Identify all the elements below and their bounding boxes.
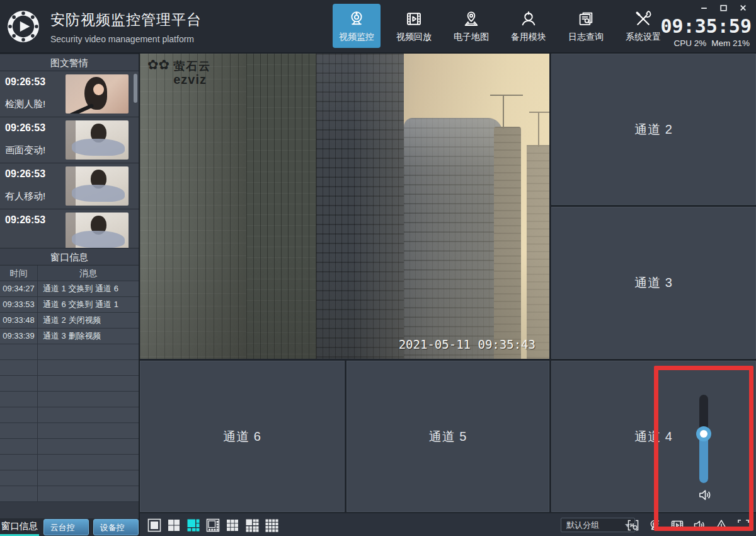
alert-item[interactable]: 09:26:53 有人移动! bbox=[0, 163, 139, 209]
alert-list: 09:26:53 检测人脸! 09:26:53 画面变动! 09:26:53 有… bbox=[0, 71, 139, 248]
nav-video-playback[interactable]: 视频回放 bbox=[390, 4, 438, 48]
volume-icon[interactable] bbox=[692, 518, 707, 533]
tab-window-info[interactable]: 窗口信息 bbox=[0, 518, 39, 536]
page-subtitle: Security video management platform bbox=[50, 34, 202, 44]
log-search-icon bbox=[576, 9, 595, 28]
table-row[interactable]: 09:33:39 通道 3 删除视频 bbox=[0, 329, 139, 344]
layout-9-window-icon[interactable] bbox=[226, 518, 239, 532]
layout-1-window-icon[interactable] bbox=[147, 518, 161, 532]
nav-emap[interactable]: 电子地图 bbox=[447, 4, 495, 48]
app-logo-icon bbox=[6, 9, 40, 44]
cell-message: 通道 3 删除视频 bbox=[38, 329, 139, 344]
app-window: 安防视频监控管理平台 Security video management pla… bbox=[0, 0, 756, 536]
mem-usage: Mem 21% bbox=[711, 38, 750, 48]
layout-6-window-icon[interactable] bbox=[186, 518, 200, 532]
alert-message: 画面变动! bbox=[5, 144, 45, 156]
video-timestamp: 2021-05-11 09:35:43 bbox=[399, 337, 536, 351]
video-channel-3[interactable]: 通道 3 bbox=[551, 207, 756, 359]
cell-time: 09:33:48 bbox=[0, 313, 38, 328]
video-channel-6[interactable]: 通道 6 bbox=[140, 361, 345, 512]
camera-off-icon[interactable] bbox=[648, 518, 663, 533]
alert-thumbnail[interactable] bbox=[66, 213, 129, 248]
alert-thumbnail[interactable] bbox=[66, 120, 129, 160]
channel-label: 通道 2 bbox=[634, 121, 673, 138]
alarm-icon[interactable] bbox=[714, 518, 729, 533]
alert-item[interactable]: 09:26:53 画面变动! bbox=[0, 117, 139, 163]
header-bar: 安防视频监控管理平台 Security video management pla… bbox=[0, 0, 756, 54]
table-row-empty bbox=[0, 470, 139, 486]
window-controls bbox=[700, 4, 747, 12]
bottom-toolbar: 默认分组 bbox=[140, 512, 756, 536]
cell-message: 通道 2 关闭视频 bbox=[38, 313, 139, 328]
video-channel-5[interactable]: 通道 5 bbox=[346, 361, 549, 512]
layout-switcher bbox=[147, 518, 278, 532]
table-row-empty bbox=[0, 439, 139, 455]
nav-label: 日志查询 bbox=[568, 32, 604, 43]
video-grid: ✿✿ 萤石云 ezviz 2021-05-11 09:35:43 通道 2 通道… bbox=[140, 54, 756, 512]
alert-item[interactable]: 09:26:53 bbox=[0, 209, 139, 248]
cpu-usage: CPU 2% bbox=[673, 38, 706, 48]
layout-13-window-icon[interactable] bbox=[245, 518, 259, 532]
alert-time: 09:26:53 bbox=[5, 214, 45, 226]
cell-time: 09:33:53 bbox=[0, 297, 38, 312]
layout-4-window-icon[interactable] bbox=[167, 518, 181, 532]
worker-icon bbox=[519, 9, 538, 28]
cell-time: 09:33:39 bbox=[0, 329, 38, 344]
column-header-message: 消息 bbox=[38, 265, 139, 281]
volume-thumb[interactable] bbox=[696, 426, 711, 441]
video-channel-1[interactable]: ✿✿ 萤石云 ezviz 2021-05-11 09:35:43 bbox=[140, 54, 549, 359]
cell-message: 通道 6 交换到 通道 1 bbox=[38, 297, 139, 312]
table-row[interactable]: 09:34:27 通道 1 交换到 通道 6 bbox=[0, 281, 139, 297]
nav-label: 视频监控 bbox=[339, 32, 374, 43]
speaker-icon[interactable] bbox=[697, 487, 713, 503]
fullscreen-icon[interactable] bbox=[736, 518, 751, 533]
alert-time: 09:26:53 bbox=[5, 122, 45, 134]
stream-quality-icon[interactable] bbox=[626, 518, 641, 533]
watermark-cn: 萤石云 bbox=[173, 59, 211, 74]
nav-label: 视频回放 bbox=[396, 32, 432, 43]
close-icon[interactable] bbox=[739, 4, 747, 12]
nav-video-monitor[interactable]: 视频监控 bbox=[333, 4, 381, 48]
nav-log-query[interactable]: 日志查询 bbox=[562, 4, 610, 48]
video-channel-4[interactable]: 通道 4 bbox=[551, 361, 756, 512]
group-select-value: 默认分组 bbox=[561, 518, 634, 532]
webcam-icon bbox=[347, 9, 366, 28]
table-row[interactable]: 09:33:53 通道 6 交换到 通道 1 bbox=[0, 297, 139, 313]
scrollbar-thumb[interactable] bbox=[134, 74, 137, 103]
alert-thumbnail[interactable] bbox=[66, 166, 129, 206]
cell-time: 09:34:27 bbox=[0, 281, 38, 296]
group-select-dropdown[interactable]: 默认分组 bbox=[561, 518, 635, 532]
window-info-panel-title: 窗口信息 bbox=[0, 248, 139, 265]
record-icon[interactable] bbox=[670, 518, 685, 533]
table-row-empty bbox=[0, 360, 139, 376]
layout-8-window-icon[interactable] bbox=[206, 518, 220, 532]
page-title: 安防视频监控管理平台 bbox=[50, 10, 202, 30]
tab-ptz-control[interactable]: 云台控制 bbox=[43, 519, 89, 535]
channel-label: 通道 6 bbox=[223, 428, 261, 445]
table-row-empty bbox=[0, 407, 139, 423]
channel-label: 通道 4 bbox=[634, 428, 673, 445]
table-row-empty bbox=[0, 423, 139, 439]
nav-label: 电子地图 bbox=[454, 32, 489, 43]
map-icon bbox=[462, 9, 481, 28]
nav-spare-module[interactable]: 备用模块 bbox=[505, 4, 553, 48]
alert-thumbnail[interactable] bbox=[66, 74, 129, 114]
video-channel-2[interactable]: 通道 2 bbox=[551, 54, 756, 205]
settings-icon bbox=[634, 9, 653, 28]
maximize-icon[interactable] bbox=[719, 4, 728, 12]
alert-item[interactable]: 09:26:53 检测人脸! bbox=[0, 71, 139, 117]
layout-16-window-icon[interactable] bbox=[265, 518, 278, 532]
channel-label: 通道 3 bbox=[634, 274, 673, 291]
table-header-row: 时间 消息 bbox=[0, 265, 139, 281]
alert-message: 有人移动! bbox=[5, 190, 45, 202]
column-header-time: 时间 bbox=[0, 265, 38, 281]
main-nav: 视频监控 视频回放 电子地图 备用模块 日志查询 系统设置 bbox=[333, 4, 667, 48]
tab-device-control[interactable]: 设备控制 bbox=[93, 519, 139, 535]
ezviz-watermark: ✿✿ 萤石云 ezviz bbox=[147, 59, 211, 87]
table-row-empty bbox=[0, 344, 139, 360]
minimize-icon[interactable] bbox=[700, 4, 708, 12]
sidebar: 图文警情 09:26:53 检测人脸! 09:26:53 画面变动! 09:26… bbox=[0, 54, 140, 536]
table-row[interactable]: 09:33:48 通道 2 关闭视频 bbox=[0, 313, 139, 329]
table-row-empty bbox=[0, 392, 139, 407]
table-row-empty bbox=[0, 486, 139, 502]
